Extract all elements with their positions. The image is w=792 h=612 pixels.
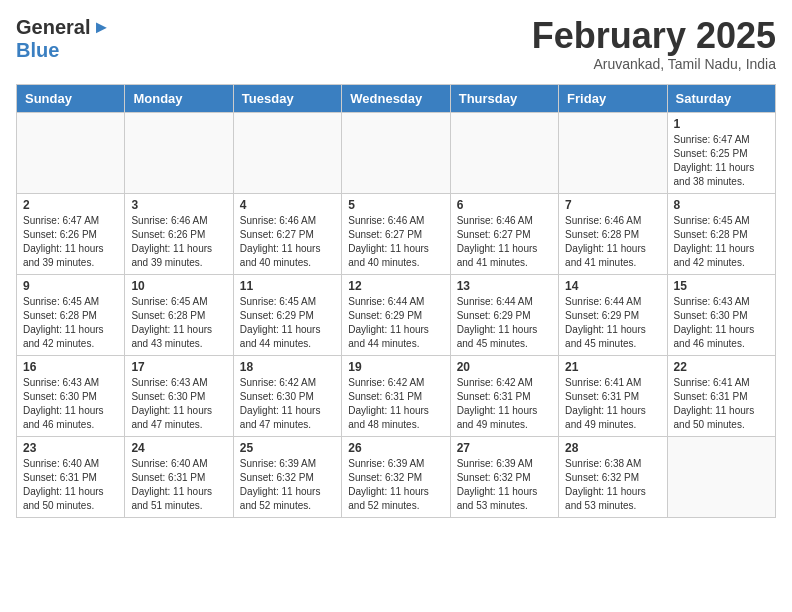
calendar-week-1: 1Sunrise: 6:47 AM Sunset: 6:25 PM Daylig… [17,112,776,193]
calendar-cell: 19Sunrise: 6:42 AM Sunset: 6:31 PM Dayli… [342,355,450,436]
day-info: Sunrise: 6:45 AM Sunset: 6:28 PM Dayligh… [23,295,118,351]
day-number: 22 [674,360,769,374]
day-number: 10 [131,279,226,293]
title-section: February 2025 Aruvankad, Tamil Nadu, Ind… [532,16,776,72]
day-number: 24 [131,441,226,455]
day-number: 18 [240,360,335,374]
day-info: Sunrise: 6:45 AM Sunset: 6:28 PM Dayligh… [131,295,226,351]
calendar-cell: 28Sunrise: 6:38 AM Sunset: 6:32 PM Dayli… [559,436,667,517]
weekday-header-monday: Monday [125,84,233,112]
weekday-header-thursday: Thursday [450,84,558,112]
calendar-cell: 25Sunrise: 6:39 AM Sunset: 6:32 PM Dayli… [233,436,341,517]
weekday-header-saturday: Saturday [667,84,775,112]
day-info: Sunrise: 6:42 AM Sunset: 6:30 PM Dayligh… [240,376,335,432]
day-info: Sunrise: 6:44 AM Sunset: 6:29 PM Dayligh… [348,295,443,351]
calendar-cell [450,112,558,193]
day-info: Sunrise: 6:44 AM Sunset: 6:29 PM Dayligh… [457,295,552,351]
day-number: 28 [565,441,660,455]
day-info: Sunrise: 6:41 AM Sunset: 6:31 PM Dayligh… [565,376,660,432]
day-number: 7 [565,198,660,212]
day-number: 20 [457,360,552,374]
page-header: General ► Blue February 2025 Aruvankad, … [16,16,776,72]
day-number: 6 [457,198,552,212]
day-number: 13 [457,279,552,293]
day-info: Sunrise: 6:46 AM Sunset: 6:26 PM Dayligh… [131,214,226,270]
location: Aruvankad, Tamil Nadu, India [532,56,776,72]
calendar-cell: 13Sunrise: 6:44 AM Sunset: 6:29 PM Dayli… [450,274,558,355]
calendar-cell: 9Sunrise: 6:45 AM Sunset: 6:28 PM Daylig… [17,274,125,355]
logo-blue: Blue [16,39,59,61]
day-info: Sunrise: 6:45 AM Sunset: 6:28 PM Dayligh… [674,214,769,270]
day-info: Sunrise: 6:39 AM Sunset: 6:32 PM Dayligh… [240,457,335,513]
calendar-cell: 18Sunrise: 6:42 AM Sunset: 6:30 PM Dayli… [233,355,341,436]
day-info: Sunrise: 6:47 AM Sunset: 6:26 PM Dayligh… [23,214,118,270]
calendar-week-5: 23Sunrise: 6:40 AM Sunset: 6:31 PM Dayli… [17,436,776,517]
day-info: Sunrise: 6:46 AM Sunset: 6:27 PM Dayligh… [240,214,335,270]
calendar-week-3: 9Sunrise: 6:45 AM Sunset: 6:28 PM Daylig… [17,274,776,355]
calendar-cell: 1Sunrise: 6:47 AM Sunset: 6:25 PM Daylig… [667,112,775,193]
calendar-cell: 2Sunrise: 6:47 AM Sunset: 6:26 PM Daylig… [17,193,125,274]
calendar-cell: 3Sunrise: 6:46 AM Sunset: 6:26 PM Daylig… [125,193,233,274]
day-info: Sunrise: 6:38 AM Sunset: 6:32 PM Dayligh… [565,457,660,513]
day-info: Sunrise: 6:46 AM Sunset: 6:27 PM Dayligh… [457,214,552,270]
calendar-cell: 17Sunrise: 6:43 AM Sunset: 6:30 PM Dayli… [125,355,233,436]
day-info: Sunrise: 6:39 AM Sunset: 6:32 PM Dayligh… [348,457,443,513]
day-info: Sunrise: 6:46 AM Sunset: 6:27 PM Dayligh… [348,214,443,270]
calendar-cell: 4Sunrise: 6:46 AM Sunset: 6:27 PM Daylig… [233,193,341,274]
calendar-cell: 11Sunrise: 6:45 AM Sunset: 6:29 PM Dayli… [233,274,341,355]
calendar-cell: 8Sunrise: 6:45 AM Sunset: 6:28 PM Daylig… [667,193,775,274]
day-number: 5 [348,198,443,212]
logo-general: General [16,16,90,39]
calendar-cell: 12Sunrise: 6:44 AM Sunset: 6:29 PM Dayli… [342,274,450,355]
calendar-cell: 23Sunrise: 6:40 AM Sunset: 6:31 PM Dayli… [17,436,125,517]
day-number: 1 [674,117,769,131]
calendar-cell: 14Sunrise: 6:44 AM Sunset: 6:29 PM Dayli… [559,274,667,355]
day-info: Sunrise: 6:43 AM Sunset: 6:30 PM Dayligh… [131,376,226,432]
calendar-cell: 24Sunrise: 6:40 AM Sunset: 6:31 PM Dayli… [125,436,233,517]
calendar-cell: 15Sunrise: 6:43 AM Sunset: 6:30 PM Dayli… [667,274,775,355]
day-number: 11 [240,279,335,293]
weekday-header-tuesday: Tuesday [233,84,341,112]
day-number: 21 [565,360,660,374]
day-number: 15 [674,279,769,293]
weekday-header-sunday: Sunday [17,84,125,112]
calendar-cell: 26Sunrise: 6:39 AM Sunset: 6:32 PM Dayli… [342,436,450,517]
calendar-cell [125,112,233,193]
day-number: 25 [240,441,335,455]
calendar-cell [233,112,341,193]
calendar-cell [559,112,667,193]
day-info: Sunrise: 6:40 AM Sunset: 6:31 PM Dayligh… [23,457,118,513]
day-number: 17 [131,360,226,374]
calendar-cell: 20Sunrise: 6:42 AM Sunset: 6:31 PM Dayli… [450,355,558,436]
logo-arrow-icon: ► [92,17,110,38]
day-info: Sunrise: 6:40 AM Sunset: 6:31 PM Dayligh… [131,457,226,513]
calendar-cell: 21Sunrise: 6:41 AM Sunset: 6:31 PM Dayli… [559,355,667,436]
day-info: Sunrise: 6:43 AM Sunset: 6:30 PM Dayligh… [23,376,118,432]
day-number: 12 [348,279,443,293]
day-info: Sunrise: 6:39 AM Sunset: 6:32 PM Dayligh… [457,457,552,513]
day-number: 8 [674,198,769,212]
calendar-cell: 16Sunrise: 6:43 AM Sunset: 6:30 PM Dayli… [17,355,125,436]
logo: General ► Blue [16,16,110,62]
month-title: February 2025 [532,16,776,56]
day-number: 9 [23,279,118,293]
calendar-cell: 27Sunrise: 6:39 AM Sunset: 6:32 PM Dayli… [450,436,558,517]
calendar-cell [667,436,775,517]
day-info: Sunrise: 6:46 AM Sunset: 6:28 PM Dayligh… [565,214,660,270]
weekday-header-row: SundayMondayTuesdayWednesdayThursdayFrid… [17,84,776,112]
calendar-cell: 10Sunrise: 6:45 AM Sunset: 6:28 PM Dayli… [125,274,233,355]
weekday-header-wednesday: Wednesday [342,84,450,112]
day-number: 19 [348,360,443,374]
calendar-cell: 22Sunrise: 6:41 AM Sunset: 6:31 PM Dayli… [667,355,775,436]
calendar-week-2: 2Sunrise: 6:47 AM Sunset: 6:26 PM Daylig… [17,193,776,274]
calendar-cell: 6Sunrise: 6:46 AM Sunset: 6:27 PM Daylig… [450,193,558,274]
calendar-cell: 5Sunrise: 6:46 AM Sunset: 6:27 PM Daylig… [342,193,450,274]
day-info: Sunrise: 6:42 AM Sunset: 6:31 PM Dayligh… [348,376,443,432]
calendar-cell [342,112,450,193]
day-number: 3 [131,198,226,212]
day-info: Sunrise: 6:43 AM Sunset: 6:30 PM Dayligh… [674,295,769,351]
day-info: Sunrise: 6:47 AM Sunset: 6:25 PM Dayligh… [674,133,769,189]
day-number: 26 [348,441,443,455]
calendar-week-4: 16Sunrise: 6:43 AM Sunset: 6:30 PM Dayli… [17,355,776,436]
calendar-cell: 7Sunrise: 6:46 AM Sunset: 6:28 PM Daylig… [559,193,667,274]
